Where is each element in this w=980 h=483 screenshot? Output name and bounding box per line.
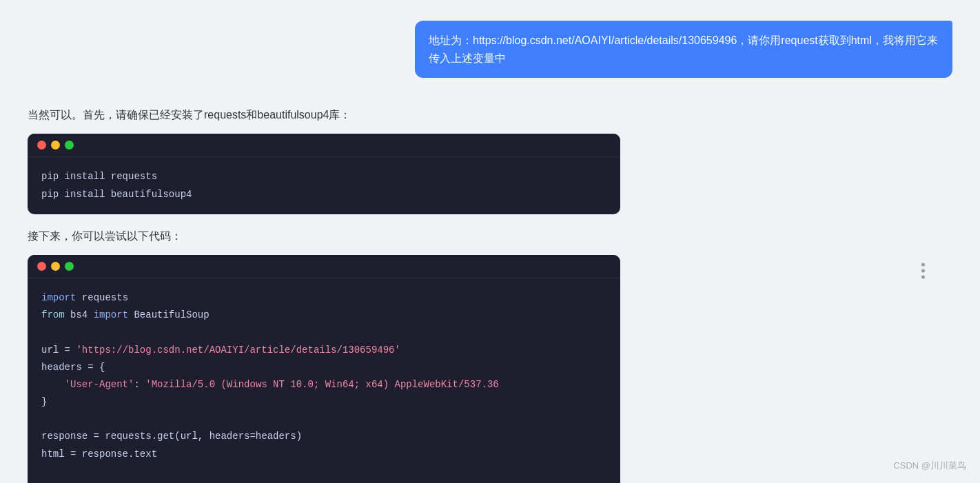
code-header-1 [28, 134, 620, 157]
code-block-1: pip install requests pip install beautif… [28, 134, 620, 214]
assistant-intro-text-1: 当然可以。首先，请确保已经安装了requests和beautifulsoup4库… [28, 105, 620, 124]
user-message-row: 地址为：https://blog.csdn.net/AOAIYI/article… [0, 14, 980, 85]
dot-yellow-2 [51, 262, 60, 271]
dot-green-1 [65, 141, 74, 150]
side-dot-3 [921, 276, 925, 279]
watermark: CSDN @川川菜鸟 [893, 460, 966, 472]
user-bubble: 地址为：https://blog.csdn.net/AOAIYI/article… [415, 21, 952, 78]
dot-red-2 [37, 262, 46, 271]
dot-green-2 [65, 262, 74, 271]
assistant-message-row: 当然可以。首先，请确保已经安装了requests和beautifulsoup4库… [0, 99, 980, 483]
user-message-text: 地址为：https://blog.csdn.net/AOAIYI/article… [429, 34, 938, 64]
code-body-1: pip install requests pip install beautif… [28, 157, 620, 214]
assistant-intro-text-2: 接下来，你可以尝试以下代码： [28, 227, 620, 245]
code-block-2: import requests from bs4 import Beautifu… [28, 255, 620, 483]
side-dots-menu[interactable] [921, 263, 925, 279]
code-header-2 [28, 255, 620, 278]
code-body-2: import requests from bs4 import Beautifu… [28, 278, 620, 483]
side-dot-1 [921, 263, 925, 267]
dot-red-1 [37, 141, 46, 150]
dot-yellow-1 [51, 141, 60, 150]
assistant-content: 当然可以。首先，请确保已经安装了requests和beautifulsoup4库… [28, 105, 620, 483]
side-dot-2 [921, 269, 925, 273]
